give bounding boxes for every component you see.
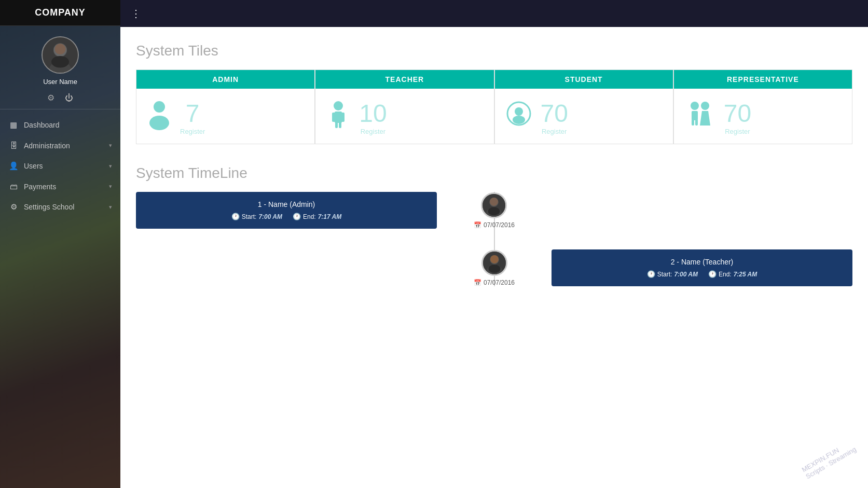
svg-point-28 — [488, 207, 500, 215]
sidebar-profile: User Name ⚙ ⏻ — [0, 26, 120, 109]
svg-rect-18 — [692, 111, 698, 120]
tile-admin-count: 7 — [186, 99, 200, 128]
timeline-section: System TimeLine 1 - Name (Admin) 🕐 Start… — [136, 165, 852, 286]
tile-student-label: Register — [542, 128, 567, 135]
topbar: ⋮ — [120, 0, 868, 27]
settings-school-arrow-icon: ▾ — [109, 204, 112, 211]
timeline-date-1: 📅 07/07/2016 — [474, 221, 515, 229]
tile-admin-label: Register — [180, 128, 205, 135]
timeline-card-2-title: 2 - Name (Teacher) — [562, 258, 842, 266]
timeline-center-1: 📅 07/07/2016 — [437, 192, 552, 229]
tile-representative-count: 70 — [724, 99, 751, 128]
timeline-card-1: 1 - Name (Admin) 🕐 Start: 7:00 AM 🕐 End:… — [136, 192, 437, 229]
timeline-card-1-end: 🕐 End: 7:17 AM — [293, 213, 341, 220]
main-content: ⋮ System Tiles ADMIN — [120, 0, 868, 488]
dashboard-icon: ▦ — [8, 120, 19, 130]
svg-point-15 — [515, 107, 523, 116]
svg-rect-11 — [341, 113, 345, 122]
sidebar: COMPANY User Name ⚙ ⏻ ▦ Dashboard — [0, 0, 120, 488]
content-area: System Tiles ADMIN 7 — [120, 27, 868, 488]
svg-point-16 — [513, 116, 525, 124]
svg-rect-20 — [695, 119, 698, 126]
avatar — [42, 36, 79, 74]
svg-point-27 — [490, 198, 499, 206]
timeline-card-1-start: 🕐 Start: 7:00 AM — [231, 213, 282, 220]
sidebar-item-settings-school[interactable]: ⚙ Settings School ▾ — [0, 197, 120, 217]
logout-icon-button[interactable]: ⏻ — [63, 92, 75, 104]
tiles-section-title: System Tiles — [136, 43, 852, 59]
sidebar-item-administration[interactable]: 🗄 Administration ▾ — [0, 135, 120, 156]
svg-rect-19 — [692, 119, 694, 126]
svg-rect-13 — [339, 122, 341, 128]
teacher-person-icon — [326, 100, 351, 134]
timeline-date-2: 📅 07/07/2016 — [474, 279, 515, 286]
profile-icon-row: ⚙ ⏻ — [45, 92, 75, 104]
timeline-card-2-end: 🕐 End: 7:25 AM — [708, 270, 757, 278]
sidebar-item-settings-school-label: Settings School — [24, 203, 74, 211]
timeline-card-2: 2 - Name (Teacher) 🕐 Start: 7:00 AM 🕐 En… — [552, 249, 852, 286]
payments-arrow-icon: ▾ — [109, 183, 112, 190]
tile-representative-label: Register — [725, 128, 750, 135]
sidebar-item-dashboard[interactable]: ▦ Dashboard — [0, 115, 120, 135]
timeline-item-1: 1 - Name (Admin) 🕐 Start: 7:00 AM 🕐 End:… — [136, 192, 852, 229]
sidebar-item-payments-label: Payments — [24, 183, 56, 191]
tile-student-header: STUDENT — [495, 70, 673, 89]
svg-rect-9 — [335, 111, 342, 123]
administration-icon: 🗄 — [8, 141, 19, 150]
sidebar-item-users[interactable]: 👤 Users ▾ — [0, 156, 120, 176]
timeline-avatar-1 — [481, 192, 507, 218]
users-arrow-icon: ▾ — [109, 163, 112, 170]
topbar-menu-icon[interactable]: ⋮ — [131, 7, 142, 20]
svg-rect-10 — [332, 113, 336, 122]
admin-person-icon — [147, 100, 172, 134]
timeline-item-2: 2 - Name (Teacher) 🕐 Start: 7:00 AM 🕐 En… — [136, 249, 852, 286]
payments-icon: 🗃 — [8, 182, 19, 191]
administration-arrow-icon: ▾ — [109, 142, 112, 149]
settings-icon-button[interactable]: ⚙ — [45, 92, 57, 104]
timeline-center-2: 📅 07/07/2016 — [437, 250, 552, 286]
company-name: COMPANY — [35, 7, 86, 18]
svg-point-5 — [51, 56, 69, 68]
users-icon: 👤 — [8, 161, 19, 171]
tile-teacher-label: Register — [361, 128, 385, 135]
tile-admin-header: ADMIN — [136, 70, 314, 89]
tile-admin: ADMIN 7 Register — [136, 69, 315, 144]
tile-student-count: 70 — [541, 99, 568, 128]
sidebar-item-dashboard-label: Dashboard — [24, 121, 60, 129]
username-label: User Name — [43, 78, 77, 86]
timeline-section-title: System TimeLine — [136, 165, 852, 182]
svg-point-17 — [691, 102, 699, 110]
tiles-section: System Tiles ADMIN 7 — [136, 43, 852, 144]
timeline-card-1-title: 1 - Name (Admin) — [146, 200, 426, 208]
student-person-icon — [505, 100, 532, 134]
svg-point-4 — [55, 44, 66, 54]
tiles-row: ADMIN 7 Register — [136, 69, 852, 144]
settings-school-icon: ⚙ — [8, 202, 19, 212]
svg-point-32 — [490, 255, 499, 263]
sidebar-item-administration-label: Administration — [24, 142, 70, 150]
timeline-container: 1 - Name (Admin) 🕐 Start: 7:00 AM 🕐 End:… — [136, 192, 852, 286]
sidebar-nav: ▦ Dashboard 🗄 Administration ▾ 👤 Users ▾… — [0, 109, 120, 488]
tile-student: STUDENT 70 Register — [494, 69, 673, 144]
svg-point-21 — [701, 102, 709, 110]
tile-teacher-count: 10 — [359, 99, 387, 128]
tile-teacher-header: TEACHER — [315, 70, 493, 89]
representative-icon — [684, 100, 715, 134]
svg-rect-23 — [702, 111, 708, 118]
svg-point-33 — [488, 264, 500, 273]
sidebar-header: COMPANY — [0, 0, 120, 26]
timeline-card-2-start: 🕐 Start: 7:00 AM — [647, 270, 698, 278]
svg-point-8 — [334, 101, 343, 110]
sidebar-item-users-label: Users — [24, 162, 43, 170]
timeline-avatar-2 — [481, 250, 507, 276]
svg-point-7 — [149, 116, 169, 130]
sidebar-item-payments[interactable]: 🗃 Payments ▾ — [0, 176, 120, 197]
svg-rect-12 — [335, 122, 338, 128]
tile-teacher: TEACHER — [315, 69, 494, 144]
svg-point-6 — [154, 101, 165, 113]
tile-representative-header: REPRESENTATIVE — [674, 70, 852, 89]
tile-representative: REPRESENTATIVE — [673, 69, 852, 144]
